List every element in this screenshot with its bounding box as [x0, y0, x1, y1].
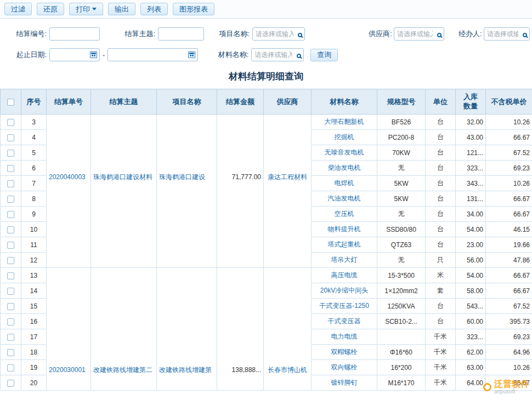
row-checkbox-cell [1, 207, 21, 222]
supplier-link[interactable]: 康达工程材料 [264, 173, 311, 182]
material-name-link[interactable]: 高压电缆 [312, 268, 377, 283]
row-checkbox-cell [1, 299, 21, 314]
price-no-tax: 64.96 [486, 345, 532, 360]
print-button-label: 打印 [76, 4, 90, 14]
row-checkbox[interactable] [7, 380, 14, 387]
row-checkbox[interactable] [7, 242, 14, 249]
row-checkbox[interactable] [7, 165, 14, 172]
col-in-qty-line2: 数量 [457, 102, 484, 111]
price-no-tax: 69.23 [486, 161, 532, 176]
spec-model: 无 [377, 207, 426, 222]
row-seq: 3 [21, 115, 47, 130]
material-name-link[interactable]: 塔吊大灯 [312, 253, 377, 268]
spec-model: Φ16*60 [377, 345, 426, 360]
row-checkbox[interactable] [7, 257, 14, 264]
project-name-link[interactable]: 珠海鹤港口建设 [157, 173, 217, 182]
material-name-link[interactable]: 镀锌脚钉 [312, 375, 377, 391]
material-name-link[interactable]: 汽油发电机 [312, 191, 377, 207]
settlement-no-link[interactable]: 2020040003 [47, 173, 90, 182]
unit: 台 [426, 207, 456, 222]
settlement-no-link[interactable]: 2020030001 [47, 365, 90, 375]
settlement-no-input[interactable] [49, 27, 100, 41]
settlement-topic-link[interactable]: 珠海鹤港口建设材料 [91, 173, 156, 182]
filter-button[interactable]: 过滤 [4, 3, 32, 15]
date-range-label: 起止日期: [15, 50, 49, 60]
material-name-link[interactable]: 大理石翻新机 [312, 115, 377, 130]
row-checkbox[interactable] [7, 180, 14, 187]
unit: 台 [426, 145, 456, 161]
row-seq: 20 [21, 375, 47, 391]
calendar-icon[interactable] [90, 52, 97, 60]
material-name-link[interactable]: 柴油发电机 [312, 161, 377, 176]
price-no-tax: 47.86 [486, 253, 532, 268]
search-icon[interactable] [437, 31, 442, 39]
row-checkbox[interactable] [7, 226, 14, 233]
col-settlement-no: 结算单号 [47, 89, 91, 115]
row-checkbox[interactable] [7, 196, 14, 203]
graph-report-button[interactable]: 图形报表 [173, 3, 214, 15]
project-name-link[interactable]: 改建铁路线增建第 [157, 365, 217, 375]
material-name-link[interactable]: 干式变压器-1250 [312, 299, 377, 314]
material-name-link[interactable]: 双向螺栓 [312, 360, 377, 375]
project-name-input[interactable] [252, 27, 305, 41]
in-qty: 43.00 [456, 130, 486, 145]
material-name-link[interactable]: 挖掘机 [312, 130, 377, 145]
row-checkbox[interactable] [7, 211, 14, 218]
row-checkbox[interactable] [7, 334, 14, 341]
price-no-tax: 66.67 [486, 375, 532, 391]
material-name-link[interactable]: 电力电缆 [312, 329, 377, 345]
row-checkbox[interactable] [7, 150, 14, 157]
row-checkbox[interactable] [7, 272, 14, 279]
material-name-input[interactable] [251, 48, 304, 61]
export-button-label: 输出 [115, 4, 129, 14]
search-icon[interactable] [523, 31, 527, 39]
row-checkbox-cell [1, 375, 21, 391]
row-checkbox[interactable] [7, 303, 14, 310]
settlement-topic-link[interactable]: 改建铁路线增建第二 [91, 365, 156, 375]
spec-model: 无 [377, 161, 426, 176]
list-button[interactable]: 列表 [140, 3, 168, 15]
material-name-link[interactable]: 物料提升机 [312, 222, 377, 237]
project-name-link-cell: 改建铁路线增建第 [157, 268, 217, 391]
row-checkbox[interactable] [7, 288, 14, 295]
calendar-icon[interactable] [188, 52, 195, 60]
settlement-amount: 138,888... [217, 365, 263, 375]
search-icon[interactable] [298, 31, 302, 39]
settlement-topic-link-cell: 珠海鹤港口建设材料 [91, 115, 157, 268]
row-checkbox[interactable] [7, 364, 14, 372]
price-no-tax: 66.67 [486, 191, 532, 207]
restore-button[interactable]: 还原 [37, 3, 64, 15]
row-seq: 11 [21, 237, 47, 253]
spec-model: 5KW [377, 176, 426, 191]
date-to-input[interactable] [107, 48, 198, 61]
material-name-link[interactable]: 塔式起重机 [312, 237, 377, 253]
material-name-link[interactable]: 无噪音发电机 [312, 145, 377, 161]
print-button[interactable]: 打印 [69, 3, 103, 15]
price-no-tax: 66.67 [486, 207, 532, 222]
row-checkbox[interactable] [7, 318, 14, 325]
select-all-checkbox[interactable] [7, 99, 14, 106]
export-button[interactable]: 输出 [108, 3, 135, 15]
search-icon[interactable] [297, 52, 301, 60]
unit: 套 [426, 283, 456, 299]
supplier-link-cell: 康达工程材料 [264, 115, 312, 268]
settlement-topic-input[interactable] [158, 27, 204, 41]
row-checkbox-cell [1, 191, 21, 207]
material-name-link[interactable]: 干式变压器 [312, 314, 377, 329]
material-name-link[interactable]: 空压机 [312, 207, 377, 222]
table-header-row: 序号 结算单号 结算主题 项目名称 结算金额 供应商 材料名称 规格型号 单位 … [1, 89, 532, 115]
in-qty: 63.00 [456, 360, 486, 375]
row-checkbox[interactable] [7, 119, 14, 126]
row-checkbox[interactable] [7, 349, 14, 356]
row-seq: 19 [21, 360, 47, 375]
settlement-no-label: 结算编号: [15, 29, 49, 39]
row-checkbox[interactable] [7, 134, 14, 141]
settlement-topic-link-cell: 改建铁路线增建第二 [91, 268, 157, 391]
query-button[interactable]: 查询 [310, 49, 338, 61]
row-checkbox-cell [1, 130, 21, 145]
row-seq: 13 [21, 268, 47, 283]
material-name-link[interactable]: 双帽螺栓 [312, 345, 377, 360]
material-name-link[interactable]: 20kV冷缩中间头 [312, 283, 377, 299]
supplier-link[interactable]: 长春市博山机 [264, 365, 311, 375]
material-name-link[interactable]: 电焊机 [312, 176, 377, 191]
